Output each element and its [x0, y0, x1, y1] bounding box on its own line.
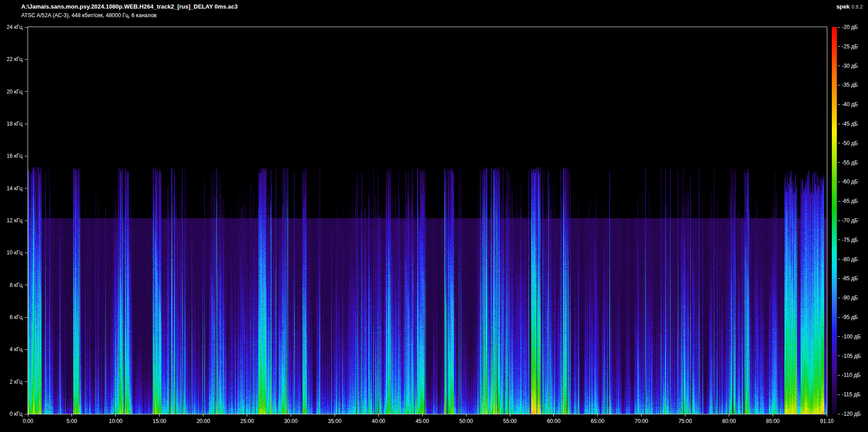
stream-info: ATSC A/52A (AC-3), 448 кбит/сек, 48000 Г… [21, 12, 156, 19]
freq-tick [25, 414, 28, 414]
db-tick-label: -60 дБ [842, 178, 858, 185]
time-tick-label: 25:00 [231, 418, 263, 424]
spectrogram-canvas [28, 27, 827, 414]
time-tick-label: 85:00 [757, 418, 788, 424]
time-tick [510, 414, 510, 417]
db-tick-label: -75 дБ [842, 237, 858, 243]
db-tick [838, 239, 840, 240]
db-tick-label: -120 дБ [842, 411, 861, 417]
db-tick-label: -70 дБ [842, 217, 858, 224]
freq-tick-label: 12 кГц [0, 217, 23, 224]
db-tick-label: -90 дБ [842, 295, 858, 301]
app-brand: spek0.8.2 [836, 3, 863, 10]
app-name: spek [836, 3, 850, 10]
time-tick [28, 414, 28, 417]
db-tick [838, 259, 840, 259]
time-tick-label: 80:00 [713, 418, 745, 424]
db-tick-label: -65 дБ [842, 198, 858, 204]
freq-tick [25, 27, 28, 28]
freq-tick-label: 0 кГц [0, 411, 23, 417]
time-tick-label: 91:10 [811, 418, 843, 424]
time-tick [159, 414, 160, 417]
time-tick-label: 60:00 [538, 418, 570, 424]
db-tick [838, 182, 840, 182]
db-tick [838, 317, 840, 318]
freq-tick [25, 156, 28, 156]
freq-tick [25, 59, 28, 60]
db-tick-label: -110 дБ [842, 372, 860, 378]
db-tick [838, 336, 840, 337]
freq-tick-label: 22 кГц [0, 56, 23, 62]
db-tick-label: -45 дБ [842, 121, 858, 127]
time-tick-label: 50:00 [450, 418, 482, 424]
time-tick [597, 414, 598, 417]
freq-tick [25, 221, 28, 221]
db-tick [838, 162, 840, 163]
time-tick [335, 414, 335, 417]
time-tick-label: 45:00 [406, 418, 438, 424]
freq-tick [25, 285, 28, 285]
freq-tick-label: 4 кГц [0, 346, 23, 352]
spectrogram-plot [28, 27, 827, 414]
db-tick [838, 201, 840, 202]
freq-tick [25, 124, 28, 124]
db-tick-label: -100 дБ [842, 333, 861, 340]
db-tick-label: -35 дБ [842, 82, 858, 88]
time-tick [378, 414, 379, 417]
freq-tick-label: 18 кГц [0, 121, 23, 127]
db-tick [838, 66, 840, 66]
freq-tick [25, 188, 28, 188]
db-tick [838, 143, 840, 143]
db-tick [838, 278, 840, 279]
db-tick-label: -80 дБ [842, 256, 858, 263]
db-tick [838, 221, 840, 221]
app-version: 0.8.2 [852, 4, 863, 9]
freq-tick [25, 349, 28, 350]
time-tick [203, 414, 203, 417]
db-tick [838, 356, 840, 356]
db-tick-label: -105 дБ [842, 353, 861, 359]
db-tick-label: -95 дБ [842, 314, 858, 320]
time-tick-label: 20:00 [188, 418, 219, 424]
db-tick [838, 85, 840, 85]
time-tick [466, 414, 467, 417]
time-tick [247, 414, 247, 417]
time-tick-label: 40:00 [363, 418, 394, 424]
db-tick [838, 298, 840, 298]
freq-tick-label: 14 кГц [0, 185, 23, 192]
db-tick [838, 414, 840, 414]
time-tick-label: 10:00 [100, 418, 132, 424]
time-tick [729, 414, 729, 417]
db-tick [838, 394, 840, 395]
time-tick [773, 414, 773, 417]
db-tick [838, 124, 840, 124]
freq-tick [25, 91, 28, 92]
freq-tick-label: 20 кГц [0, 89, 23, 95]
db-tick-label: -85 дБ [842, 275, 858, 282]
time-tick-label: 5:00 [56, 418, 88, 424]
freq-tick-label: 10 кГц [0, 249, 23, 256]
freq-tick [25, 381, 28, 382]
time-tick [422, 414, 423, 417]
time-tick-label: 35:00 [319, 418, 350, 424]
freq-tick-label: 24 кГц [0, 24, 23, 30]
freq-tick-label: 8 кГц [0, 282, 23, 288]
time-tick-label: 0:00 [12, 418, 44, 424]
freq-tick-label: 6 кГц [0, 314, 23, 320]
legend-colorbar [832, 27, 837, 414]
time-tick-label: 30:00 [275, 418, 307, 424]
db-tick-label: -115 дБ [842, 391, 860, 398]
time-tick-label: 70:00 [626, 418, 657, 424]
time-tick [553, 414, 554, 417]
time-tick [291, 414, 291, 417]
freq-tick-label: 16 кГц [0, 153, 23, 159]
freq-tick [25, 317, 28, 318]
db-tick-label: -40 дБ [842, 101, 858, 108]
db-tick [838, 375, 840, 376]
time-tick [71, 414, 72, 417]
time-tick-label: 15:00 [144, 418, 175, 424]
freq-tick-label: 2 кГц [0, 379, 23, 385]
db-tick [838, 46, 840, 47]
db-tick-label: -55 дБ [842, 160, 858, 166]
db-tick [838, 104, 840, 105]
